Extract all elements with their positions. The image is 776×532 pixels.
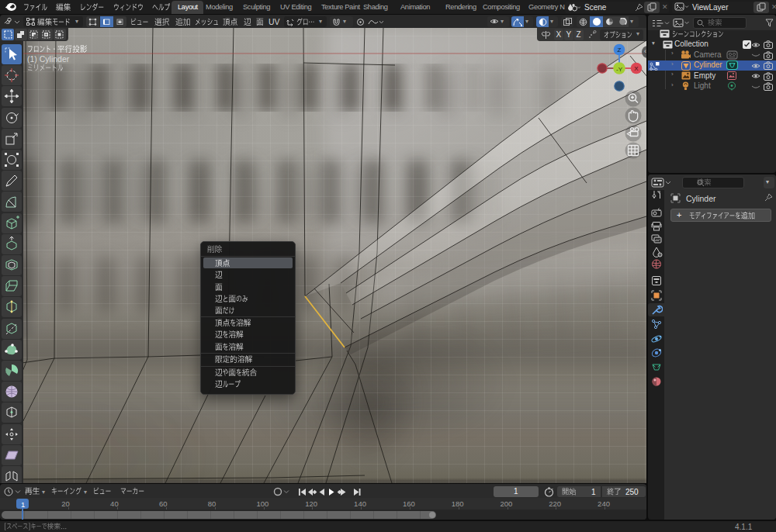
svg-text:-Y: -Y xyxy=(616,66,623,73)
svg-text:X: X xyxy=(634,65,639,72)
svg-text:Z: Z xyxy=(618,47,622,54)
